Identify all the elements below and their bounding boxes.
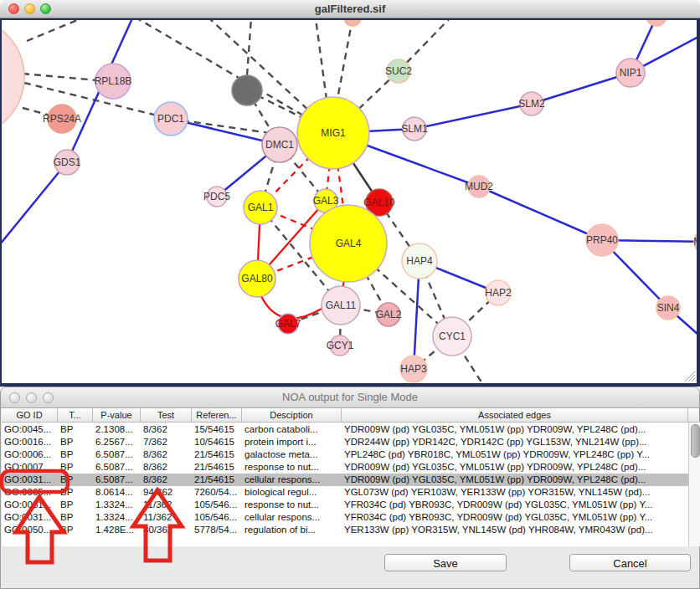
- node-label: HAP4: [406, 255, 433, 267]
- cell-test: 94/362: [141, 486, 192, 499]
- scrollbar-thumb[interactable]: [691, 424, 700, 458]
- cell-goid: GO:0031...: [2, 511, 58, 524]
- node-label: GAL1: [248, 202, 274, 213]
- table-row[interactable]: GO:0050...BP1.428E...80/3625778/54...reg…: [2, 524, 688, 536]
- table-row[interactable]: GO:0006...BP6.5087...8/36221/54615galact…: [2, 448, 688, 461]
- cell-desc: cellular respons...: [242, 511, 342, 524]
- cell-edges: YDR009W (pd) YGL035C, YML051W (pp) YDR00…: [342, 461, 688, 474]
- cell-pvalue: 1.3324...: [93, 499, 141, 511]
- cell-test: 8/362: [141, 448, 192, 461]
- save-button[interactable]: Save: [384, 554, 507, 571]
- node-label: SLM2: [518, 98, 545, 110]
- cell-goid: GO:0065...: [2, 486, 58, 499]
- column-header-desc[interactable]: Desciption: [242, 408, 342, 423]
- node-label: SIN4: [657, 302, 680, 314]
- cell-ref: 21/54615: [192, 448, 242, 461]
- node-label: GAL7: [275, 318, 301, 330]
- node-label: GDS1: [54, 156, 81, 168]
- table-row[interactable]: GO:0031...BP1.3324...11/362105/546...res…: [2, 499, 688, 511]
- table-body: GO:0045...BP2.1308...8/36215/54615carbon…: [2, 423, 688, 546]
- network-window-titlebar[interactable]: galFiltered.sif: [0, 0, 700, 18]
- table-row[interactable]: GO:0031...BP6.5087...8/36221/54615cellul…: [2, 474, 688, 486]
- cell-desc: protein import i...: [242, 436, 342, 448]
- edge-gray-dash: [336, 20, 353, 108]
- cell-pvalue: 6.5087...: [93, 474, 141, 486]
- network-graph: RPL18BRPS24AGDS1PDC1DMC1MIG1SLM1SLM2NIP1…: [2, 20, 697, 383]
- cell-goid: GO:0045...: [2, 423, 58, 436]
- column-header-edges[interactable]: Associated edges: [342, 408, 688, 423]
- cell-test: 8/362: [141, 461, 192, 474]
- cell-ref: 21/54615: [192, 461, 242, 474]
- node-large-left-node[interactable]: [2, 20, 24, 137]
- noa-window-title: NOA output for Single Mode: [1, 391, 699, 403]
- cell-test: 8/362: [141, 423, 192, 436]
- node-label: GAL11: [326, 300, 357, 311]
- cell-ref: 105/546...: [192, 511, 242, 524]
- node-label: SLM1: [401, 123, 428, 135]
- vertical-scrollbar[interactable]: [688, 423, 700, 546]
- cell-test: 8/362: [141, 474, 192, 486]
- cell-t: BP: [58, 499, 93, 511]
- cell-t: BP: [58, 474, 93, 486]
- node-label: RPS24A: [43, 113, 81, 125]
- window-title: galFiltered.sif: [0, 3, 700, 15]
- column-header-pvalue[interactable]: P-value: [93, 408, 141, 423]
- cell-goid: GO:0031...: [2, 499, 58, 511]
- node-label: GAL80: [241, 273, 273, 284]
- cell-pvalue: 6.2567...: [93, 436, 141, 448]
- cell-edges: YER133W (pp) YOR315W, YNL145W (pd) YHR08…: [342, 524, 688, 536]
- node-label: PRP40: [586, 234, 618, 246]
- cell-ref: 21/54615: [192, 474, 242, 486]
- edge-gray-dash: [23, 74, 98, 80]
- table-row[interactable]: GO:0031...BP1.3324...11/362105/546...cel…: [2, 511, 688, 524]
- node-label: MIG1: [321, 127, 346, 139]
- cancel-button[interactable]: Cancel: [569, 554, 691, 571]
- cell-ref: 105/546...: [192, 499, 242, 511]
- cell-t: BP: [58, 436, 93, 448]
- cell-desc: regulation of bi...: [242, 524, 342, 536]
- noa-output-window: NOA output for Single Mode GO IDT...P-va…: [0, 387, 700, 589]
- cell-t: BP: [58, 524, 93, 536]
- cell-desc: response to nut...: [242, 461, 342, 474]
- node-top-partial-node[interactable]: [344, 20, 361, 26]
- cell-t: BP: [58, 511, 93, 524]
- cell-t: BP: [58, 486, 93, 499]
- network-canvas[interactable]: RPL18BRPS24AGDS1PDC1DMC1MIG1SLM1SLM2NIP1…: [0, 18, 700, 387]
- cell-desc: carbon cataboli...: [242, 423, 342, 436]
- node-label: GAL4: [336, 238, 362, 249]
- noa-window-titlebar[interactable]: NOA output for Single Mode: [1, 387, 699, 408]
- cell-ref: 5778/54...: [192, 524, 242, 536]
- column-header-test[interactable]: Test: [141, 408, 192, 423]
- edge-gray-dash: [316, 20, 327, 100]
- column-header-goid[interactable]: GO ID: [2, 408, 58, 423]
- node-label: GAL3: [313, 195, 339, 207]
- node-gray-node[interactable]: [232, 75, 262, 105]
- cell-pvalue: 1.428E...: [93, 524, 141, 536]
- edge-blue: [532, 73, 631, 104]
- cell-edges: YPL248C (pd) YBR018C, YML051W (pp) YDR00…: [342, 448, 688, 461]
- node-label: GCY1: [327, 340, 354, 351]
- edge-gray-dash: [247, 20, 251, 75]
- table-row[interactable]: GO:0045...BP2.1308...8/36215/54615carbon…: [2, 423, 688, 436]
- node-label: CYC1: [439, 330, 466, 342]
- edge-grip: [688, 375, 695, 382]
- node-label: NIP1: [620, 67, 642, 79]
- node-label: GAL10: [363, 197, 395, 208]
- node-label: GAL2: [376, 309, 402, 320]
- table-row[interactable]: GO:0007...BP6.5087...8/36221/54615respon…: [2, 461, 688, 474]
- edge-blue: [2, 162, 67, 244]
- column-header-ref[interactable]: Referen...: [192, 408, 242, 423]
- cell-pvalue: 6.5087...: [93, 461, 141, 474]
- node-label: SUC2: [385, 65, 412, 77]
- cell-goid: GO:0016...: [2, 436, 58, 448]
- cell-edges: YDR244W (pp) YDR142C, YDR142C (pp) YGL15…: [342, 436, 688, 448]
- cell-goid: GO:0006...: [2, 448, 58, 461]
- cell-test: 11/362: [141, 511, 192, 524]
- table-row[interactable]: GO:0016...BP6.2567...7/36210/54615protei…: [2, 436, 688, 448]
- node-top-right-partial-node[interactable]: [646, 20, 667, 26]
- cell-goid: GO:0031...: [2, 474, 58, 486]
- table-row[interactable]: GO:0065...BP8.0614...94/3627260/54...bio…: [2, 486, 688, 499]
- edge-grip: [692, 378, 695, 382]
- column-header-t[interactable]: T...: [58, 408, 93, 423]
- cell-pvalue: 8.0614...: [93, 486, 141, 499]
